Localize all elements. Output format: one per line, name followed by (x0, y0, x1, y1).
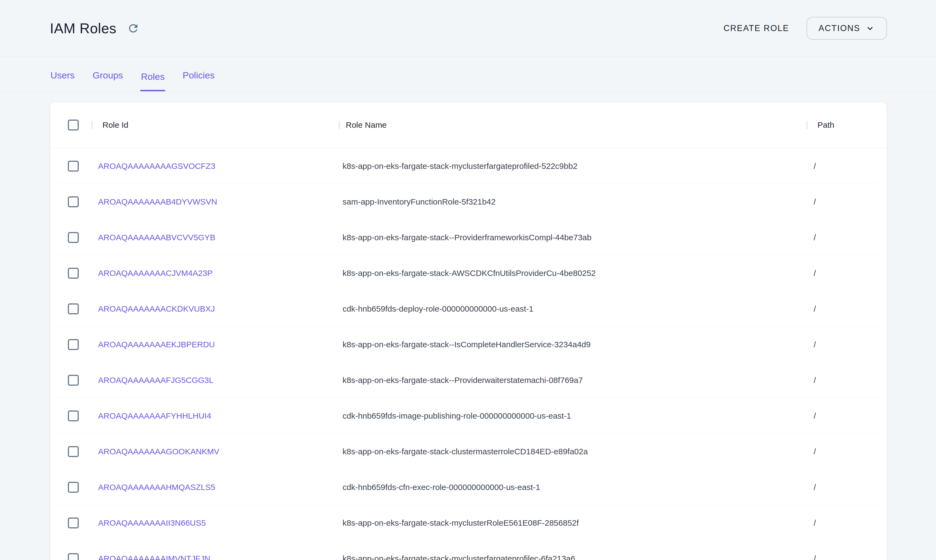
table-body: AROAQAAAAAAAAGSVOCFZ3 k8s-app-on-eks-far… (50, 148, 887, 560)
row-checkbox[interactable] (68, 339, 79, 350)
row-checkbox-cell (50, 268, 92, 278)
role-id-link[interactable]: AROAQAAAAAAACKDKVUBXJ (98, 304, 215, 313)
row-checkbox-cell (50, 446, 92, 457)
chevron-down-icon (865, 23, 875, 33)
row-checkbox-cell (50, 482, 92, 493)
table-row: AROAQAAAAAAAB4DYVWSVN sam-app-InventoryF… (50, 184, 887, 220)
header-checkbox-cell (50, 120, 92, 131)
role-path-text: / (814, 518, 816, 527)
refresh-button[interactable] (126, 21, 141, 36)
role-name-text: cdk-hnb659fds-image-publishing-role-0000… (343, 411, 571, 420)
column-header-role-name[interactable]: Role Name (339, 120, 807, 130)
role-id-link[interactable]: AROAQAAAAAAACJVM4A23P (98, 269, 212, 278)
create-role-button[interactable]: CREATE ROLE (722, 23, 791, 34)
column-header-role-id[interactable]: Role Id (92, 120, 339, 130)
role-path-text: / (814, 447, 816, 456)
table-row: AROAQAAAAAAAHMQASZLS5 cdk-hnb659fds-cfn-… (50, 469, 887, 505)
role-name-text: sam-app-InventoryFunctionRole-5f321b42 (343, 197, 496, 206)
header-actions: CREATE ROLE ACTIONS (722, 17, 887, 40)
role-path-text: / (814, 554, 816, 560)
table-row: AROAQAAAAAAAFJG5CGG3L k8s-app-on-eks-far… (50, 362, 887, 398)
select-all-checkbox[interactable] (68, 120, 79, 131)
role-path-text: / (814, 483, 816, 492)
role-name-text: k8s-app-on-eks-fargate-stack-AWSCDKCfnUt… (343, 269, 596, 278)
row-checkbox-cell (50, 339, 92, 350)
row-checkbox[interactable] (68, 303, 79, 314)
tab-policies[interactable]: Policies (182, 70, 215, 91)
page-header: IAM Roles CREATE ROLE ACTIONS (0, 0, 936, 57)
role-name-text: k8s-app-on-eks-fargate-stack-clustermast… (343, 447, 588, 456)
table-row: AROAQAAAAAAACKDKVUBXJ cdk-hnb659fds-depl… (50, 291, 887, 326)
row-checkbox-cell (50, 303, 92, 314)
role-name-text: k8s-app-on-eks-fargate-stack--IsComplete… (343, 340, 591, 349)
tab-users[interactable]: Users (50, 70, 75, 91)
role-id-link[interactable]: AROAQAAAAAAAIMVNTJFJN (98, 554, 210, 560)
row-checkbox[interactable] (68, 196, 79, 207)
role-path-text: / (814, 233, 816, 242)
table-header-row: Role Id Role Name Path (50, 102, 887, 148)
table-row: AROAQAAAAAAAEKJBPERDU k8s-app-on-eks-far… (50, 326, 887, 362)
row-checkbox[interactable] (68, 517, 79, 528)
role-name-text: k8s-app-on-eks-fargate-stack--Providerwa… (343, 375, 583, 385)
table-row: AROAQAAAAAAAII3N66US5 k8s-app-on-eks-far… (50, 505, 887, 541)
role-path-text: / (814, 197, 816, 206)
role-path-text: / (814, 162, 816, 171)
column-header-path[interactable]: Path (807, 120, 887, 130)
role-id-link[interactable]: AROAQAAAAAAAII3N66US5 (98, 518, 206, 527)
row-checkbox[interactable] (68, 268, 79, 278)
role-id-link[interactable]: AROAQAAAAAAAEKJBPERDU (98, 340, 215, 349)
role-id-link[interactable]: AROAQAAAAAAABVCVV5GYB (98, 233, 215, 242)
row-checkbox[interactable] (68, 161, 79, 172)
table-row: AROAQAAAAAAAIMVNTJFJN k8s-app-on-eks-far… (50, 541, 887, 560)
role-name-text: k8s-app-on-eks-fargate-stack-myclusterRo… (343, 518, 579, 527)
role-id-link[interactable]: AROAQAAAAAAAHMQASZLS5 (98, 483, 215, 492)
role-id-link[interactable]: AROAQAAAAAAAAGSVOCFZ3 (98, 162, 215, 171)
role-path-text: / (814, 269, 816, 278)
role-name-text: k8s-app-on-eks-fargate-stack-myclusterfa… (343, 162, 577, 171)
role-path-text: / (814, 375, 816, 385)
row-checkbox-cell (50, 375, 92, 386)
table-row: AROAQAAAAAAABVCVV5GYB k8s-app-on-eks-far… (50, 220, 887, 255)
role-name-text: k8s-app-on-eks-fargate-stack-myclusterfa… (343, 554, 575, 560)
role-name-text: cdk-hnb659fds-cfn-exec-role-000000000000… (343, 483, 540, 492)
role-path-text: / (814, 411, 816, 420)
tab-roles[interactable]: Roles (140, 71, 165, 91)
table-row: AROAQAAAAAAAGOOKANKMV k8s-app-on-eks-far… (50, 434, 887, 469)
role-path-text: / (814, 340, 816, 349)
roles-table-card: Role Id Role Name Path AROAQAAAAAAAAGSVO… (50, 102, 887, 560)
role-id-link[interactable]: AROAQAAAAAAAFJG5CGG3L (98, 375, 213, 385)
table-row: AROAQAAAAAAAFYHHLHUI4 cdk-hnb659fds-imag… (50, 398, 887, 434)
page-title: IAM Roles (50, 20, 116, 37)
iam-tabs: Users Groups Roles Policies (0, 57, 936, 92)
iam-roles-page: IAM Roles CREATE ROLE ACTIONS Users Gr (0, 0, 936, 560)
table-row: AROAQAAAAAAAAGSVOCFZ3 k8s-app-on-eks-far… (50, 148, 887, 184)
role-id-link[interactable]: AROAQAAAAAAAB4DYVWSVN (98, 197, 217, 206)
row-checkbox-cell (50, 161, 92, 172)
row-checkbox[interactable] (68, 553, 79, 560)
tab-groups[interactable]: Groups (92, 70, 124, 91)
row-checkbox[interactable] (68, 232, 79, 243)
actions-dropdown-button[interactable]: ACTIONS (807, 17, 887, 40)
row-checkbox-cell (50, 196, 92, 207)
row-checkbox[interactable] (68, 375, 79, 386)
refresh-icon (127, 22, 140, 35)
row-checkbox-cell (50, 553, 92, 560)
role-name-text: cdk-hnb659fds-deploy-role-000000000000-u… (343, 304, 533, 313)
table-row: AROAQAAAAAAACJVM4A23P k8s-app-on-eks-far… (50, 255, 887, 291)
row-checkbox[interactable] (68, 446, 79, 457)
row-checkbox-cell (50, 517, 92, 528)
row-checkbox-cell (50, 232, 92, 243)
role-id-link[interactable]: AROAQAAAAAAAGOOKANKMV (98, 447, 219, 456)
role-name-text: k8s-app-on-eks-fargate-stack--Providerfr… (343, 233, 591, 242)
actions-dropdown-label: ACTIONS (819, 23, 860, 33)
row-checkbox-cell (50, 411, 92, 422)
row-checkbox[interactable] (68, 411, 79, 422)
role-id-link[interactable]: AROAQAAAAAAAFYHHLHUI4 (98, 411, 211, 420)
row-checkbox[interactable] (68, 482, 79, 493)
role-path-text: / (814, 304, 816, 313)
